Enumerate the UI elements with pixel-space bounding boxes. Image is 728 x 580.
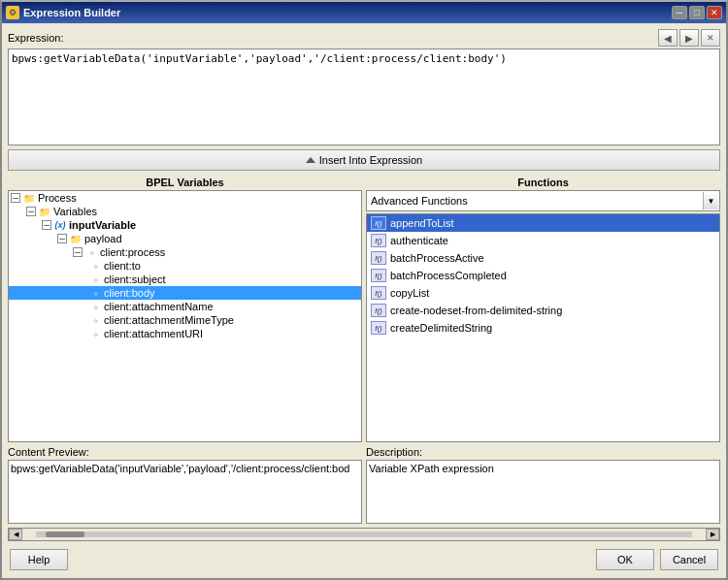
tree-label-inputvariable: inputVariable [69,219,136,231]
tree-label-client-to: client:to [104,260,141,272]
main-window: ⚙ Expression Builder ─ □ ✕ Expression: ◀… [0,0,728,580]
element-icon-client-attachmentname: ⬦ [88,301,102,312]
functions-title: Functions [366,175,720,190]
title-bar-buttons: ─ □ ✕ [672,6,722,19]
expression-label: Expression: [8,32,63,44]
close-button[interactable]: ✕ [707,6,722,19]
func-item-createdelimited[interactable]: f() createDelimitedString [367,319,719,337]
func-item-appendtolist[interactable]: f() appendToList [367,214,719,232]
func-icon-appendtolist: f() [371,216,386,230]
horizontal-scrollbar[interactable]: ◀ ▶ [8,528,720,541]
ok-button[interactable]: OK [596,549,654,570]
forward-icon-button[interactable]: ▶ [679,29,699,47]
tree-item-client-subject[interactable]: ⬦ client:subject [9,273,361,286]
func-item-batchprocessactive[interactable]: f() batchProcessActive [367,249,719,267]
scroll-right-button[interactable]: ▶ [706,529,719,540]
expression-input[interactable]: bpws:getVariableData('inputVariable','pa… [8,48,720,145]
scroll-thumb[interactable] [46,532,84,537]
description-label: Description: [366,446,720,458]
clear-icon-button[interactable]: ✕ [701,29,720,47]
element-icon-client-subject: ⬦ [88,274,102,285]
element-icon-client-to: ⬦ [88,260,102,272]
content-area: Expression: ◀ ▶ ✕ bpws:getVariableData('… [2,23,726,578]
tree-item-inputvariable[interactable]: ─ (x) inputVariable [9,218,361,232]
func-label-copylist: copyList [390,287,429,299]
maximize-button[interactable]: □ [689,6,705,19]
expression-section: Expression: ◀ ▶ ✕ bpws:getVariableData('… [8,29,720,145]
folder-icon-variables: 📁 [38,206,51,217]
func-icon-authenticate: f() [371,234,386,247]
func-item-copylist[interactable]: f() copyList [367,284,719,302]
footer: Help OK Cancel [8,545,720,572]
tree-label-client-body: client:body [104,287,155,299]
scroll-track [36,532,692,537]
func-label-batchprocesscompleted: batchProcessCompleted [390,270,507,281]
expand-client-process[interactable]: ─ [73,247,83,257]
back-icon-button[interactable]: ◀ [658,29,678,47]
func-label-appendtolist: appendToList [390,217,453,229]
element-icon-client-attachmenturi: ⬦ [88,328,102,339]
functions-dropdown[interactable]: Advanced Functions String Functions Math… [366,190,720,211]
bpel-variables-tree[interactable]: ─ 📁 Process ─ 📁 Variables [8,190,362,442]
expression-header: Expression: ◀ ▶ ✕ [8,29,720,47]
window-icon: ⚙ [6,6,19,19]
functions-container: Advanced Functions String Functions Math… [366,190,720,442]
expand-payload[interactable]: ─ [57,234,67,243]
cancel-button[interactable]: Cancel [660,549,718,570]
insert-btn-container: Insert Into Expression [8,149,720,171]
tree-item-client-attachmenturi[interactable]: ⬦ client:attachmentURI [9,327,361,340]
tree-label-variables: Variables [53,206,97,217]
expand-variables[interactable]: ─ [26,207,36,216]
func-icon-createdelimited: f() [371,321,386,335]
func-item-batchprocesscompleted[interactable]: f() batchProcessCompleted [367,267,719,284]
folder-icon-payload: 📁 [69,233,83,244]
description-box: Variable XPath expression [366,460,720,524]
tree-item-client-body[interactable]: ⬦ client:body [9,286,361,300]
footer-right-buttons: OK Cancel [596,549,718,570]
func-item-authenticate[interactable]: f() authenticate [367,232,719,249]
variables-functions-area: BPEL Variables ─ 📁 Process ─ 📁 Variables [8,175,720,442]
functions-panel: Functions Advanced Functions String Func… [366,175,720,442]
minimize-button[interactable]: ─ [672,6,687,19]
tree-label-process: Process [38,192,77,204]
expand-inputvariable[interactable]: ─ [42,220,51,230]
bpel-variables-title: BPEL Variables [8,175,362,190]
functions-list[interactable]: f() appendToList f() authenticate f() ba… [366,213,720,442]
scroll-left-button[interactable]: ◀ [9,529,22,540]
title-bar: ⚙ Expression Builder ─ □ ✕ [2,2,726,23]
tree-label-payload: payload [84,233,122,244]
window-title: Expression Builder [23,7,668,18]
content-preview-panel: Content Preview: bpws:getVariableData('i… [8,446,362,524]
tree-item-client-process[interactable]: ─ ⬦ client:process [9,245,361,259]
toolbar-icons: ◀ ▶ ✕ [658,29,720,47]
tree-label-client-attachmentname: client:attachmentName [104,301,214,312]
tree-item-client-attachmentmimetype[interactable]: ⬦ client:attachmentMimeType [9,313,361,327]
tree-item-variables[interactable]: ─ 📁 Variables [9,205,361,218]
func-item-create-nodeset[interactable]: f() create-nodeset-from-delimited-string [367,302,719,319]
tree-item-client-attachmentname[interactable]: ⬦ client:attachmentName [9,300,361,313]
bpel-variables-panel: BPEL Variables ─ 📁 Process ─ 📁 Variables [8,175,362,442]
content-preview-label: Content Preview: [8,446,362,458]
func-icon-create-nodeset: f() [371,304,386,317]
tree-item-payload[interactable]: ─ 📁 payload [9,232,361,245]
tree-label-client-attachmenturi: client:attachmentURI [104,328,203,339]
var-icon-inputvariable: (x) [53,219,67,231]
element-icon-client-process: ⬦ [84,246,98,258]
bottom-section: Content Preview: bpws:getVariableData('i… [8,446,720,524]
func-label-create-nodeset: create-nodeset-from-delimited-string [390,305,562,316]
func-label-authenticate: authenticate [390,235,448,246]
insert-button[interactable]: Insert Into Expression [8,149,720,171]
help-button[interactable]: Help [10,549,68,570]
func-icon-batchprocessactive: f() [371,251,386,265]
tree-label-client-process: client:process [100,246,165,258]
tree-item-process[interactable]: ─ 📁 Process [9,191,361,205]
element-icon-client-attachmentmimetype: ⬦ [88,314,102,326]
tree-item-client-to[interactable]: ⬦ client:to [9,259,361,273]
expand-process[interactable]: ─ [11,193,20,203]
description-panel: Description: Variable XPath expression [366,446,720,524]
func-label-createdelimited: createDelimitedString [390,322,492,334]
element-icon-client-body: ⬦ [88,287,102,299]
func-icon-batchprocesscompleted: f() [371,269,386,282]
content-preview-box: bpws:getVariableData('inputVariable','pa… [8,460,362,524]
func-label-batchprocessactive: batchProcessActive [390,252,484,264]
